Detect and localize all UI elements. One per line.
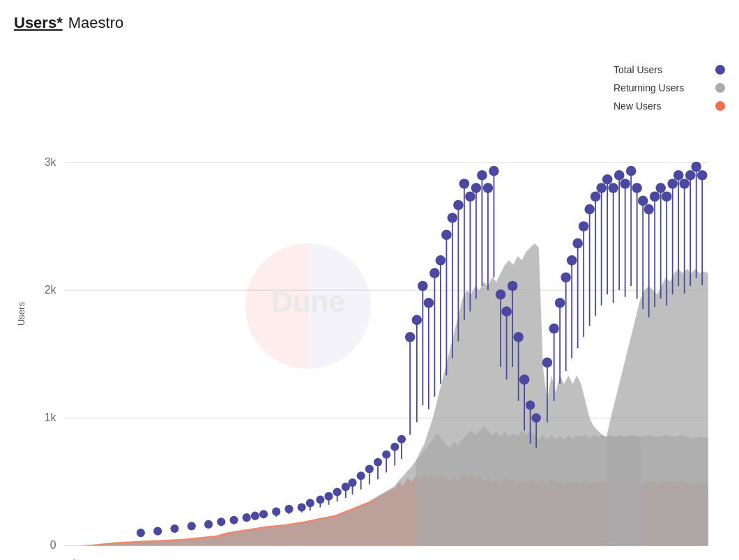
svg-point-93 (471, 183, 482, 193)
svg-point-123 (567, 255, 577, 266)
svg-point-127 (579, 221, 589, 232)
svg-point-167 (697, 170, 708, 181)
svg-point-29 (204, 520, 213, 529)
legend-label-total: Total Users (614, 64, 711, 75)
svg-point-73 (412, 315, 422, 326)
svg-point-125 (572, 239, 583, 249)
svg-point-69 (397, 435, 406, 444)
main-chart-svg: 0 1k 2k 3k Jul 2022 Sep 2022 Nov 2022 Ja… (31, 43, 725, 560)
svg-point-111 (526, 400, 535, 409)
legend-item-new: New Users (614, 100, 725, 112)
chart-header: Users* Maestro (14, 14, 725, 32)
svg-point-97 (483, 183, 494, 193)
legend-dot-new (715, 101, 725, 111)
svg-point-51 (324, 492, 333, 501)
svg-point-155 (662, 191, 672, 202)
legend-item-total: Total Users (614, 64, 725, 75)
svg-point-157 (667, 179, 678, 189)
svg-point-153 (655, 183, 666, 193)
svg-point-141 (620, 179, 630, 189)
svg-point-49 (316, 495, 324, 504)
svg-point-105 (508, 281, 518, 292)
svg-point-133 (596, 183, 607, 193)
svg-point-25 (170, 524, 178, 533)
svg-point-137 (608, 183, 618, 193)
svg-point-147 (638, 196, 648, 206)
svg-point-45 (298, 503, 306, 511)
svg-point-33 (229, 516, 238, 524)
legend-item-returning: Returning Users (614, 82, 725, 93)
svg-point-39 (259, 510, 268, 518)
chart-body: Users (14, 43, 725, 560)
legend-label-new: New Users (614, 100, 711, 112)
svg-point-83 (441, 229, 452, 240)
svg-text:0: 0 (50, 539, 56, 551)
chart-plot: Dune 0 1k 2k 3k Jul (31, 43, 725, 560)
svg-point-53 (333, 487, 342, 496)
svg-point-37 (251, 512, 259, 520)
svg-point-21 (137, 529, 145, 537)
svg-point-59 (357, 471, 365, 480)
svg-point-109 (519, 374, 530, 385)
legend-label-returning: Returning Users (614, 82, 711, 93)
svg-text:1k: 1k (45, 411, 56, 423)
svg-point-117 (549, 324, 559, 334)
svg-text:3k: 3k (45, 156, 56, 168)
svg-point-79 (429, 268, 440, 278)
svg-point-87 (453, 200, 464, 211)
svg-point-91 (465, 191, 475, 202)
svg-point-31 (217, 517, 225, 526)
legend-dot-returning (715, 83, 725, 93)
y-axis-label: Users (14, 43, 28, 560)
chart-container: Users* Maestro Users (0, 0, 739, 560)
chart-legend: Total Users Returning Users New Users (614, 64, 725, 112)
svg-point-163 (685, 170, 696, 181)
svg-point-89 (459, 179, 470, 189)
svg-point-107 (513, 332, 524, 342)
svg-point-71 (405, 332, 416, 342)
svg-point-23 (153, 527, 162, 536)
legend-dot-total (715, 65, 725, 75)
svg-point-27 (188, 522, 196, 530)
chart-title-sub: Maestro (68, 14, 123, 32)
chart-area: Dune 0 1k 2k 3k Jul (31, 43, 725, 560)
svg-point-115 (542, 358, 553, 368)
svg-point-85 (448, 213, 458, 223)
svg-point-165 (691, 162, 701, 172)
svg-point-101 (496, 289, 506, 300)
svg-point-151 (650, 191, 660, 202)
svg-text:2k: 2k (45, 284, 56, 296)
svg-point-41 (272, 507, 280, 515)
svg-point-99 (489, 166, 499, 176)
svg-point-139 (614, 170, 625, 181)
svg-point-43 (284, 505, 293, 513)
svg-point-143 (626, 166, 637, 176)
svg-point-113 (531, 414, 540, 423)
svg-point-35 (243, 513, 251, 522)
svg-point-121 (561, 272, 571, 282)
svg-point-47 (306, 499, 314, 507)
svg-point-159 (673, 170, 684, 181)
svg-point-61 (365, 464, 374, 473)
svg-point-135 (602, 174, 613, 185)
svg-point-75 (418, 281, 428, 292)
svg-point-65 (382, 451, 390, 459)
svg-point-95 (477, 170, 487, 181)
svg-point-131 (591, 191, 601, 202)
svg-point-161 (679, 179, 690, 189)
svg-point-63 (374, 458, 382, 467)
svg-point-57 (348, 478, 356, 487)
svg-point-129 (584, 204, 595, 215)
svg-point-81 (436, 255, 446, 266)
svg-point-67 (390, 443, 399, 451)
svg-point-149 (643, 204, 654, 215)
chart-title-users[interactable]: Users* (14, 14, 63, 32)
svg-point-77 (424, 298, 434, 308)
svg-point-145 (632, 183, 642, 193)
svg-point-119 (555, 298, 565, 308)
svg-point-103 (501, 306, 512, 317)
